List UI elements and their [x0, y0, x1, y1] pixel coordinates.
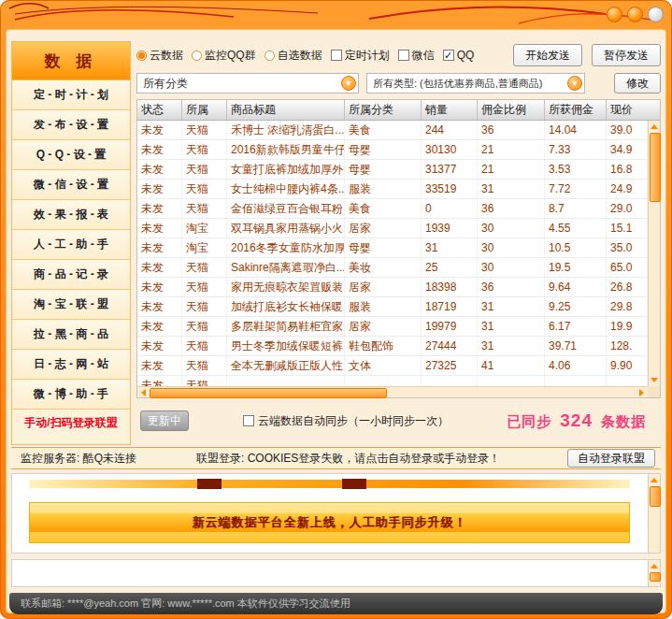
send-channel-checkbox-group: 定时计划微信✓QQ: [331, 48, 483, 64]
table-horizontal-scrollbar[interactable]: [137, 386, 648, 397]
radio-icon[interactable]: [136, 50, 147, 61]
radio-icon[interactable]: [265, 50, 275, 61]
maximize-button[interactable]: [627, 7, 643, 22]
column-header: 销量: [422, 100, 478, 120]
table-row[interactable]: 未发天猫家用无痕晾衣架罝贩装...居家18398369.6426.8: [137, 278, 648, 297]
table-cell-commission: 39.71: [545, 337, 607, 355]
checkbox-option[interactable]: 定时计划: [331, 48, 390, 64]
sidebar-item[interactable]: 发 - 布 - 设 - 置: [12, 110, 130, 140]
vertical-scroll-thumb[interactable]: [650, 486, 661, 507]
scroll-up-icon[interactable]: [649, 560, 660, 571]
titlebar[interactable]: [0, 0, 672, 29]
close-button[interactable]: [648, 7, 664, 22]
sidebar-item[interactable]: 效 - 果 - 报 - 表: [12, 200, 130, 230]
sidebar-item[interactable]: 微 - 博 - 助 - 手: [12, 380, 130, 410]
table-cell-sales: 244: [422, 121, 478, 139]
table-row[interactable]: 未发天猫男士冬季加绒保暖短裤...鞋包配饰274443139.71128.: [137, 337, 648, 356]
banner-strip-mark: [342, 479, 366, 489]
vertical-scroll-thumb[interactable]: [650, 133, 661, 202]
checkbox-option[interactable]: ✓QQ: [443, 49, 475, 62]
chevron-down-icon[interactable]: ▼: [567, 76, 582, 91]
table-cell-title: 全本无删减版正版人性...: [227, 356, 345, 375]
table-cell-category: 美食: [345, 199, 422, 218]
table-row[interactable]: 未发天猫全本无删减版正版人性...文体27325414.069.90: [137, 356, 648, 376]
table-vertical-scrollbar[interactable]: [648, 121, 660, 386]
sidebar-item[interactable]: 人 - 工 - 助 - 手: [12, 230, 130, 260]
pause-send-button[interactable]: 暂停发送: [592, 44, 661, 66]
table-row[interactable]: 未发天猫金佰滋绿豆百合银耳粉...美食0368.729.0: [137, 199, 648, 219]
table-cell-sales: 30130: [422, 140, 478, 159]
scroll-up-icon[interactable]: [649, 474, 660, 485]
table-cell-title: 家用无痕晾衣架罝贩装...: [227, 278, 345, 296]
sync-row: 更新中 云端数据自动同步（一小时同步一次） 已同步 324 条数据: [136, 404, 661, 438]
table-cell-sales: 27325: [422, 356, 478, 375]
start-send-button[interactable]: 开始发送: [513, 44, 582, 66]
panel-vertical-scrollbar[interactable]: [648, 560, 660, 586]
horizontal-scroll-thumb[interactable]: [150, 388, 387, 398]
type-select-value: 所有类型: (包括优惠券商品,普通商品): [373, 77, 543, 91]
radio-option[interactable]: 监控QQ群: [192, 48, 256, 64]
minimize-button[interactable]: [607, 7, 622, 22]
table-row[interactable]: 未发天猫2016新款韩版男童牛仔裤母婴30130217.3334.9: [137, 140, 648, 160]
type-select[interactable]: 所有类型: (包括优惠券商品,普通商品) ▼: [366, 73, 585, 94]
scroll-right-icon[interactable]: [636, 387, 648, 397]
footer-bar: 联系邮箱: ****@yeah.com 官网: www.*****.com 本软…: [9, 593, 663, 614]
radio-option[interactable]: 云数据: [136, 48, 183, 64]
sidebar-item-label: 发 - 布 - 设 - 置: [34, 117, 108, 133]
sidebar-item[interactable]: 淘 - 宝 - 联 - 盟: [12, 290, 130, 320]
table-row[interactable]: 未发淘宝双耳锅具家用蒸锅小火...居家1939304.5515.1: [137, 219, 648, 238]
checkbox-icon[interactable]: [398, 50, 409, 61]
sidebar-login-link[interactable]: 手动/扫码登录联盟: [12, 410, 130, 436]
panel-vertical-scrollbar[interactable]: [648, 474, 660, 553]
table-cell-status: 未发: [137, 180, 182, 198]
radio-icon[interactable]: [192, 50, 202, 61]
scroll-left-icon[interactable]: [137, 387, 149, 397]
category-select[interactable]: 所有分类 ▼: [136, 73, 359, 94]
scroll-down-icon[interactable]: [649, 375, 660, 386]
table-cell-category: 服装: [345, 297, 422, 316]
modify-button[interactable]: 修改: [614, 73, 661, 94]
radio-label: 云数据: [150, 48, 183, 64]
secondary-panel: [11, 559, 661, 587]
sidebar-item[interactable]: Q - Q - 设 - 置: [12, 140, 130, 170]
table-row[interactable]: 未发天猫: [137, 376, 648, 386]
checkbox-option[interactable]: 微信: [398, 48, 435, 64]
checkbox-icon[interactable]: ✓: [443, 50, 454, 61]
table-cell-title: Sakinre隔离遮瑕净白...: [227, 258, 345, 277]
table-cell-shop: 天猫: [182, 160, 227, 179]
table-cell-ratio: 41: [478, 356, 545, 375]
sidebar-item[interactable]: 商 - 品 - 记 - 录: [12, 260, 130, 290]
table-row[interactable]: 未发天猫女士纯棉中腰内裤4条...服装33519317.7224.9: [137, 180, 648, 199]
chevron-down-icon[interactable]: ▼: [341, 76, 356, 91]
table-cell-price: 29.0: [607, 199, 648, 218]
checkbox-label: QQ: [457, 49, 475, 62]
table-row[interactable]: 未发天猫女童打底裤加绒加厚外穿母婴31377213.5316.8: [137, 160, 648, 180]
sidebar-item[interactable]: 拉 - 黑 - 商 - 品: [12, 320, 130, 350]
checkbox-icon[interactable]: [243, 415, 254, 426]
sidebar-item[interactable]: 日 - 志 - 网 - 站: [12, 350, 130, 380]
sidebar-item[interactable]: 微 - 信 - 设 - 置: [12, 170, 130, 200]
auto-login-button[interactable]: 自动登录联盟: [567, 449, 655, 468]
table-cell-shop: 天猫: [182, 356, 227, 375]
auto-sync-option[interactable]: 云端数据自动同步（一小时同步一次）: [243, 413, 449, 429]
table-cell-ratio: 30: [478, 258, 545, 277]
checkbox-icon[interactable]: [331, 50, 342, 61]
table-cell-commission: 4.06: [545, 356, 607, 375]
table-cell-title: 多层鞋架简易鞋柜宜家...: [227, 317, 345, 336]
table-cell-shop: 天猫: [182, 278, 227, 296]
table-row[interactable]: 未发天猫多层鞋架简易鞋柜宜家...居家19979316.1719.9: [137, 317, 648, 337]
sidebar-item-label: 效 - 果 - 报 - 表: [34, 207, 108, 223]
radio-option[interactable]: 自选数据: [265, 48, 322, 64]
vertical-scroll-thumb[interactable]: [650, 572, 661, 582]
updating-button[interactable]: 更新中: [140, 410, 189, 431]
sidebar-item[interactable]: 定 - 时 - 计 - 划: [12, 80, 130, 110]
table-row[interactable]: 未发淘宝2016冬季女童防水加厚...母婴313010.535.0: [137, 238, 648, 258]
table-cell-shop: 天猫: [182, 376, 227, 386]
promo-banner[interactable]: 新云端数据平台全新上线，人工助手同步升级！: [29, 502, 630, 543]
table-row[interactable]: 未发天猫加绒打底衫女长袖保暖...服装18719319.2529.8: [137, 297, 648, 317]
table-row[interactable]: 未发天猫禾博士 浓缩乳清蛋白...美食2443614.0439.0: [137, 121, 648, 140]
table-cell-price: 65.0: [607, 258, 648, 277]
table-cell-price: 9.90: [607, 356, 648, 375]
scroll-up-icon[interactable]: [649, 121, 660, 132]
table-row[interactable]: 未发天猫Sakinre隔离遮瑕净白...美妆253019.565.0: [137, 258, 648, 278]
